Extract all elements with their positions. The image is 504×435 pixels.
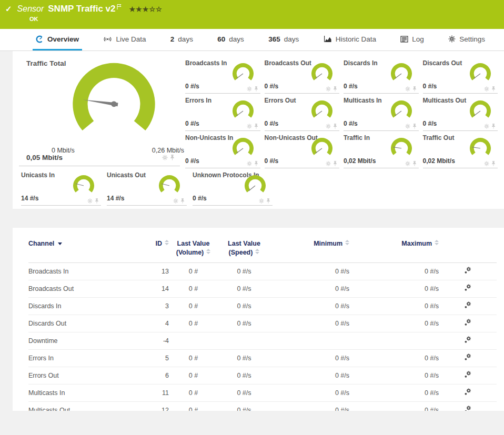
column-header-channel[interactable]: Channel [28,235,142,262]
pin-icon[interactable] [412,161,417,166]
pin-icon[interactable] [412,86,417,92]
tab-2-days[interactable]: 2 days [167,29,196,50]
table-row[interactable]: Broadcasts Out 14 0 # 0 #/s 0 #/s 0 #/s [28,280,497,297]
table-row[interactable]: Errors Out 6 0 # 0 #/s 0 #/s 0 #/s [28,367,497,384]
channel-name-link[interactable]: Multicasts In [28,384,142,401]
pin-icon[interactable] [491,124,496,129]
gauge-chart [388,136,415,160]
table-row[interactable]: Discards In 3 0 # 0 #/s 0 #/s 0 #/s [28,297,497,315]
channel-settings-icon[interactable] [464,284,471,291]
channel-name-link[interactable]: Errors In [28,349,142,367]
channel-name-link[interactable]: Discards Out [28,315,142,332]
channel-settings-icon[interactable] [464,319,471,326]
gauge-title: Traffic Out [423,134,455,141]
pin-icon[interactable] [266,198,270,204]
channel-settings-icon[interactable] [464,353,471,361]
table-row[interactable]: Errors In 5 0 # 0 #/s 0 #/s 0 #/s [28,349,497,367]
tab-historic-data[interactable]: Historic Data [320,29,379,50]
channel-settings-icon[interactable] [464,406,471,411]
gear-icon[interactable] [484,86,489,92]
gauge-cell: Broadcasts In 0 #/s [185,56,260,94]
gear-icon[interactable] [87,198,93,204]
tab-live-data[interactable]: Live Data [100,29,149,50]
gear-icon[interactable] [326,161,331,166]
gauge-value: 0 #/s [193,195,207,202]
tab-settings[interactable]: Settings [445,29,488,50]
sort-icon [345,240,349,245]
pin-icon[interactable] [491,86,496,92]
column-header-minimum[interactable]: Minimum [270,235,360,262]
channel-settings-icon[interactable] [464,388,471,396]
pin-icon[interactable] [333,86,337,92]
tab-60-days[interactable]: 60 days [214,29,247,50]
gauge-value: 0 #/s [423,120,437,127]
tab-log[interactable]: Log [397,29,427,50]
gauge-cell: Unknown Protocols In 0 #/s [193,168,273,206]
gear-icon[interactable] [173,198,178,204]
gauge-title: Broadcasts In [185,59,227,67]
gauge-cell: Non-Unicasts Out 0 #/s [265,131,340,168]
channel-maximum: 0 #/s [360,315,449,332]
pin-icon[interactable] [491,161,496,166]
table-row[interactable]: Broadcasts In 13 0 # 0 #/s 0 #/s 0 #/s [28,262,497,280]
channel-name-link[interactable]: Broadcasts In [28,262,142,280]
gear-icon[interactable] [162,155,168,160]
column-header-id[interactable]: ID [142,235,169,262]
gear-icon[interactable] [247,124,252,129]
channel-maximum: 0 #/s [360,401,449,411]
channel-name-link[interactable]: Broadcasts Out [28,280,142,297]
channel-name-link[interactable]: Multicasts Out [28,401,142,411]
table-row[interactable]: Downtime -4 [28,332,497,349]
gear-icon[interactable] [405,86,410,92]
channel-last-value-speed: 0 #/s [218,262,270,280]
priority-stars[interactable]: ★★★☆☆ [129,5,162,13]
gauge-value: 0 #/s [423,83,437,90]
channel-settings-icon[interactable] [464,267,471,274]
gear-icon[interactable] [484,161,489,166]
pin-icon[interactable] [95,198,99,204]
pin-icon[interactable] [254,124,258,129]
table-row[interactable]: Multicasts In 11 0 # 0 #/s 0 #/s 0 #/s [28,384,497,401]
gear-icon[interactable] [405,124,410,129]
channel-settings-icon[interactable] [464,301,471,309]
table-row[interactable]: Discards Out 4 0 # 0 #/s 0 #/s 0 #/s [28,315,497,332]
gear-icon[interactable] [247,161,252,166]
channel-name-link[interactable]: Downtime [28,332,142,349]
channel-minimum [270,332,360,349]
pin-icon[interactable] [333,161,337,166]
pin-icon[interactable] [254,161,258,166]
gear-icon[interactable] [326,124,331,129]
gear-icon[interactable] [326,86,331,92]
column-header-maximum[interactable]: Maximum [360,235,449,262]
channel-settings-icon[interactable] [464,371,471,378]
channel-name-link[interactable]: Errors Out [28,367,142,384]
gauge-chart [230,136,256,160]
channel-last-value-volume: 0 # [169,262,218,280]
gauge-title: Unicasts Out [107,171,146,179]
pin-icon[interactable] [180,198,185,204]
broadcast-icon [103,36,112,43]
gauge-title: Discards In [344,59,378,67]
gauge-cell: Errors In 0 #/s [185,94,260,131]
channel-last-value-volume: 0 # [169,384,218,401]
tab-365-days[interactable]: 365 days [265,29,302,50]
table-row[interactable]: Multicasts Out 12 0 # 0 #/s 0 #/s 0 #/s [28,401,497,411]
flag-icon[interactable] [117,4,122,9]
channel-id: 3 [142,297,169,315]
pin-icon[interactable] [412,124,417,129]
column-header-last-value-speed[interactable]: Last Value (Speed) [218,235,270,262]
gear-icon[interactable] [405,161,410,166]
pin-icon[interactable] [170,155,175,160]
pin-icon[interactable] [333,124,337,129]
gear-icon[interactable] [484,124,489,129]
pin-icon[interactable] [254,86,258,92]
gear-icon[interactable] [247,86,252,92]
gauge-chart [230,61,256,85]
channel-settings-icon[interactable] [464,336,471,343]
caret-down-icon [58,242,62,245]
gauge-title: Errors In [185,97,211,104]
gear-icon[interactable] [259,198,264,204]
channel-name-link[interactable]: Discards In [28,297,142,315]
tab-overview[interactable]: Overview [33,29,82,50]
column-header-last-value-volume[interactable]: Last Value (Volume) [169,235,218,262]
